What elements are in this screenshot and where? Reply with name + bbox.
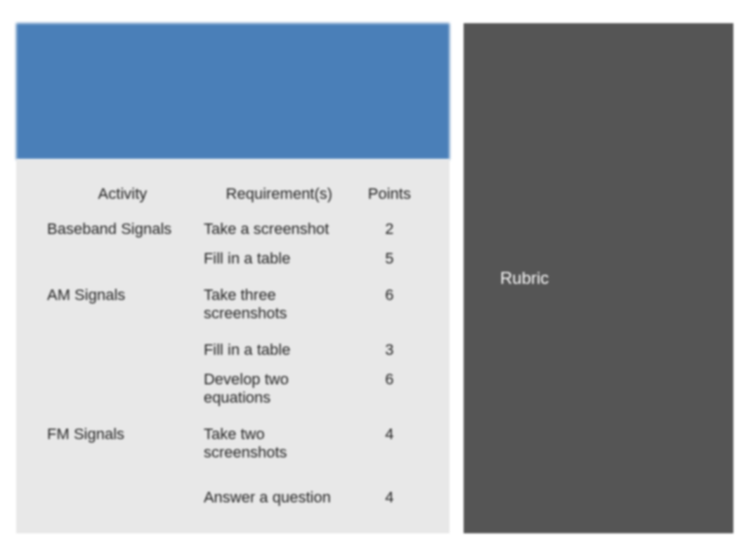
cell-points: 3: [358, 328, 421, 365]
cell-points: 4: [358, 467, 421, 512]
table-row: Answer a question4: [44, 467, 421, 512]
cell-activity: [44, 244, 201, 273]
cell-activity: [44, 328, 201, 365]
table-header-row: Activity Requirement(s) Points: [44, 181, 421, 214]
cell-points: 4: [358, 412, 421, 467]
table-row: Develop two equations6: [44, 365, 421, 412]
cell-points: 2: [358, 214, 421, 244]
cell-requirement: Answer a question: [201, 467, 358, 512]
cell-activity: [44, 365, 201, 412]
cell-activity: FM Signals: [44, 412, 201, 467]
cell-requirement: Take a screenshot: [201, 214, 358, 244]
header-activity: Activity: [44, 181, 201, 214]
cell-requirement: Fill in a table: [201, 328, 358, 365]
table-row: Fill in a table5: [44, 244, 421, 273]
cell-points: 5: [358, 244, 421, 273]
cell-requirement: Take three screenshots: [201, 273, 358, 328]
cell-points: 6: [358, 273, 421, 328]
cell-points: 6: [358, 365, 421, 412]
table-row: Baseband SignalsTake a screenshot2: [44, 214, 421, 244]
cell-activity: Baseband Signals: [44, 214, 201, 244]
header-requirement: Requirement(s): [201, 181, 358, 214]
right-panel: Rubric: [464, 23, 733, 533]
cell-activity: [44, 467, 201, 512]
table-row: AM SignalsTake three screenshots6: [44, 273, 421, 328]
cell-requirement: Develop two equations: [201, 365, 358, 412]
left-panel: Activity Requirement(s) Points Baseband …: [16, 23, 450, 533]
cell-requirement: Fill in a table: [201, 244, 358, 273]
cell-requirement: Take two screenshots: [201, 412, 358, 467]
rubric-table-area: Activity Requirement(s) Points Baseband …: [16, 159, 450, 533]
rubric-label: Rubric: [500, 268, 549, 288]
rubric-table: Activity Requirement(s) Points Baseband …: [44, 181, 421, 512]
header-points: Points: [358, 181, 421, 214]
slide-container: Activity Requirement(s) Points Baseband …: [16, 23, 733, 533]
table-row: FM SignalsTake two screenshots4: [44, 412, 421, 467]
title-banner: [16, 23, 450, 159]
table-row: Fill in a table3: [44, 328, 421, 365]
cell-activity: AM Signals: [44, 273, 201, 328]
